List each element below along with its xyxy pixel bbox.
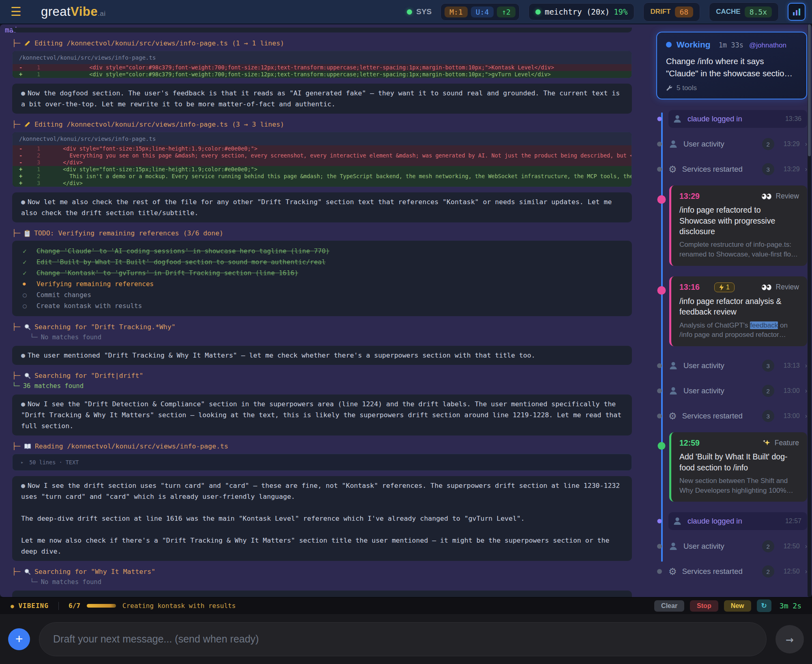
working-status-dot: [666, 42, 672, 47]
event-card-time: 13:29: [679, 192, 700, 201]
add-attachment-button[interactable]: +: [8, 628, 30, 650]
diff-line-number: 2: [37, 152, 63, 159]
new-button[interactable]: New: [724, 600, 751, 612]
reading-collapsed-block[interactable]: ▸ 50 lines · TEXT: [12, 454, 632, 471]
event-user-activity[interactable]: User activity 2 13:29 ›: [668, 135, 807, 153]
todo-text: Change 'Kontask' to 'gvTurns' in Drift T…: [37, 267, 298, 278]
search-result-text: No matches found: [41, 578, 101, 586]
tree-branch-glyph: ├─: [12, 229, 20, 237]
review-card-1329[interactable]: 13:29 Review /info page refactored to Sh…: [669, 185, 807, 266]
send-button[interactable]: →: [775, 625, 804, 653]
feature-card-1259[interactable]: 12:59 Feature Add 'Built by What It Buil…: [669, 432, 807, 502]
event-services-restarted[interactable]: ⚙ Services restarted 3 13:00 ›: [668, 407, 807, 425]
assistant-message: ●Now I see the drift section uses "turn …: [12, 476, 632, 561]
diff-text: <div style="color:#98c379;font-weight:70…: [63, 64, 632, 71]
up-count-pill[interactable]: ↑2: [497, 6, 516, 17]
sys-status: SYS: [407, 7, 432, 16]
working-card-header: Working 1m 33s @johnathon: [666, 40, 797, 50]
todo-text: Verifying remaining references: [37, 278, 154, 289]
event-services-restarted[interactable]: ⚙ Services restarted 2 12:50 ›: [668, 563, 807, 580]
vibeing-label: VIBEING: [18, 602, 48, 610]
search-icon: [24, 372, 31, 379]
search-header-1[interactable]: ├─ Searching for "Drift Tracking.*Why": [12, 323, 632, 331]
event-count-badge: 2: [762, 565, 774, 578]
clear-button[interactable]: Clear: [654, 600, 684, 612]
current-task-label: Creating kontask with results: [122, 602, 236, 610]
scrollbar-track[interactable]: [808, 24, 811, 597]
timeline-dot: [657, 286, 666, 295]
drift-chip[interactable]: DRIFT 68: [643, 2, 700, 22]
event-time: 12:50: [784, 543, 800, 550]
pending-circle-icon: ○: [23, 289, 30, 300]
chart-panel-button[interactable]: [788, 3, 806, 21]
diff-row: -2 Everything you see on this page &mdas…: [13, 152, 632, 159]
tree-branch-glyph: ├─: [12, 121, 20, 128]
refresh-button[interactable]: ↻: [757, 599, 771, 612]
reading-header[interactable]: ├─ Reading /konnectvol/konui/src/views/i…: [12, 442, 632, 450]
diff-text: <div style="font-size:15px;line-height:1…: [63, 145, 632, 152]
event-claude-login[interactable]: claude logged in 13:36: [668, 110, 807, 128]
sparkles-icon: [763, 439, 771, 447]
search-header-3[interactable]: ├─ Searching for "Why It Matters": [12, 568, 632, 576]
todo-header[interactable]: ├─ TODO: Verifying remaining references …: [12, 229, 632, 237]
search-header-label: Searching for "Why It Matters": [34, 568, 155, 576]
event-count-badge: 2: [762, 540, 774, 552]
working-task-card[interactable]: Working 1m 33s @johnathon Change /info w…: [656, 32, 807, 99]
tool-header-edit-2[interactable]: ├─ Editing /konnectvol/konui/src/views/i…: [12, 121, 632, 128]
event-time: 12:50: [784, 568, 800, 575]
search-header-label: Searching for "Drift Tracking.*Why": [34, 323, 176, 331]
diff-row: -1 <div style="color:#98c379;font-weight…: [13, 64, 632, 71]
cache-chip[interactable]: CACHE 8.5x: [709, 2, 779, 22]
user-session-chip[interactable]: meichtry (20x) 19%: [528, 3, 634, 20]
vibeing-dot: ●: [11, 603, 14, 609]
u-count-pill[interactable]: U:4: [471, 6, 494, 17]
diff-sign: +: [13, 166, 37, 173]
event-card-header: 12:59 Feature: [679, 438, 799, 448]
diff-block-2: /konnectvol/konui/src/views/info-page.ts…: [12, 132, 632, 187]
timeline-dot: [657, 388, 662, 393]
menu-icon[interactable]: ☰: [11, 6, 21, 18]
event-user-activity[interactable]: User activity 3 13:13 ›: [668, 357, 807, 375]
branch-pill-group[interactable]: main M:1 U:4 ↑2: [440, 3, 520, 21]
event-time: 13:29: [784, 166, 800, 173]
todo-item-active: ●Verifying remaining references: [23, 278, 621, 289]
stop-button[interactable]: Stop: [690, 600, 718, 612]
search-icon: [24, 323, 31, 330]
scrollbar-thumb[interactable]: [808, 24, 811, 156]
tool-header-label: Editing /konnectvol/konui/src/views/info…: [34, 39, 284, 47]
todo-text: Change 'Claude' to 'AI coding sessions' …: [37, 246, 329, 257]
status-bar-actions: Clear Stop New ↻ 3m 2s: [654, 599, 801, 612]
gear-icon: ⚙: [668, 567, 677, 576]
bolt-count-badge: 1: [714, 282, 735, 292]
message-bullet: ●: [21, 400, 25, 408]
event-services-restarted[interactable]: ⚙ Services restarted 3 13:29 ›: [668, 160, 807, 178]
message-bullet: ●: [21, 482, 25, 489]
status-bar: ●VIBEING 6/7 Creating kontask with resul…: [0, 597, 812, 614]
diff-file-path: /konnectvol/konui/src/views/info-page.ts: [13, 51, 632, 64]
search-header-2[interactable]: ├─ Searching for "Drift|drift": [12, 372, 632, 379]
message-text: Now let me also check the rest of the fi…: [21, 198, 612, 217]
message-input-container[interactable]: [39, 622, 767, 656]
working-task-title: Change /info where it says "Claude" in t…: [666, 55, 797, 79]
event-time: 13:36: [785, 115, 801, 123]
event-count-badge: 3: [762, 360, 774, 372]
diff-row: -1<div style="font-size:15px;line-height…: [13, 145, 632, 152]
tree-corner-glyph: └─: [30, 578, 38, 586]
event-claude-login[interactable]: claude logged in 12:57: [668, 512, 807, 530]
todo-item-done: ✓Change 'Claude' to 'AI coding sessions'…: [23, 246, 621, 257]
m-count-pill[interactable]: M:1: [445, 6, 468, 17]
drift-value: 68: [675, 6, 694, 17]
review-card-1316[interactable]: 13:16 1 Review /info page refactor analy…: [669, 276, 807, 346]
todo-item-pending: ○Commit changes: [23, 289, 621, 300]
app-logo: greatVibe.ai: [41, 4, 106, 19]
event-user-activity[interactable]: User activity 2 12:50 ›: [668, 537, 807, 555]
tool-header-edit-1[interactable]: ├─ Editing /konnectvol/konui/src/views/i…: [12, 39, 632, 47]
event-card-description: New section between The Shift and Why De…: [679, 476, 799, 496]
diff-line-number: 2: [37, 173, 63, 180]
message-input[interactable]: [53, 633, 752, 645]
event-user-activity[interactable]: User activity 2 13:00 ›: [668, 382, 807, 400]
chevron-right-icon: ›: [805, 543, 807, 550]
event-card-header: 13:16 1 Review: [679, 282, 799, 292]
eyes-icon: [761, 193, 772, 200]
tree-branch-glyph: ├─: [12, 372, 20, 379]
